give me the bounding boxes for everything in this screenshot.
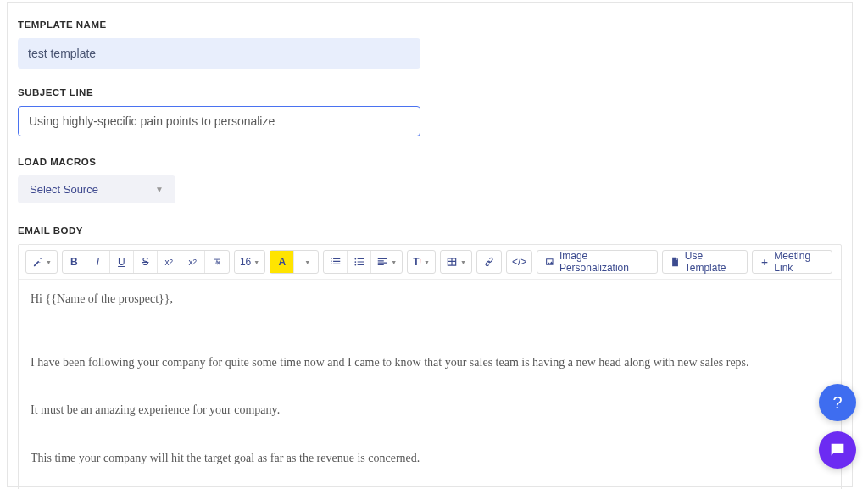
load-macros-label: LOAD MACROS [18, 157, 842, 167]
email-editor: ▼ B I U S x2 x2 16▼ A ▼ [18, 244, 842, 489]
body-line: I have been following your company for q… [31, 355, 829, 371]
unordered-list-icon[interactable] [348, 251, 371, 273]
use-template-button[interactable]: Use Template [663, 251, 747, 273]
text-format-button[interactable]: T!▼ [408, 251, 435, 273]
svg-point-0 [354, 258, 356, 260]
macro-source-select[interactable]: Select Source ▼ [18, 175, 175, 203]
svg-point-2 [354, 264, 356, 266]
template-name-label: TEMPLATE NAME [18, 19, 842, 30]
template-name-value[interactable]: test template [18, 38, 420, 69]
underline-button[interactable]: U [110, 251, 134, 273]
link-icon[interactable] [477, 251, 501, 273]
body-greeting: Hi {{Name of the prospect}}, [31, 292, 829, 308]
chat-icon [828, 441, 847, 459]
email-body-label: EMAIL BODY [18, 225, 842, 236]
macro-select-text: Select Source [30, 183, 98, 196]
help-fab[interactable]: ? [819, 384, 856, 421]
clear-format-icon[interactable] [205, 251, 229, 273]
caret-down-icon: ▼ [46, 259, 52, 265]
strike-button[interactable]: S [134, 251, 158, 273]
template-form: TEMPLATE NAME test template SUBJECT LINE… [7, 2, 853, 487]
svg-point-1 [354, 261, 356, 263]
text-color-button[interactable]: A [270, 251, 294, 273]
chevron-down-icon: ▼ [155, 185, 164, 194]
chat-fab[interactable] [819, 431, 856, 469]
superscript-button[interactable]: x2 [158, 251, 181, 273]
meeting-link-button[interactable]: ＋ Meeting Link [753, 251, 832, 273]
code-view-button[interactable]: </> [507, 251, 531, 273]
body-line: This time your company will hit the targ… [31, 451, 829, 467]
body-line: It must be an amazing experience for you… [31, 403, 829, 419]
email-body-editor[interactable]: Hi {{Name of the prospect}}, I have been… [19, 280, 841, 489]
editor-toolbar: ▼ B I U S x2 x2 16▼ A ▼ [19, 245, 841, 280]
ordered-list-icon[interactable] [324, 251, 348, 273]
question-icon: ? [832, 393, 842, 413]
subject-line-label: SUBJECT LINE [18, 87, 842, 97]
table-icon[interactable]: ▼ [441, 251, 471, 273]
subject-line-input[interactable] [18, 106, 420, 136]
magic-wand-icon[interactable]: ▼ [26, 251, 57, 273]
bold-button[interactable]: B [63, 251, 86, 273]
font-size-select[interactable]: 16▼ [235, 251, 264, 273]
align-icon[interactable]: ▼ [371, 251, 402, 273]
italic-button[interactable]: I [86, 251, 110, 273]
image-personalization-button[interactable]: Image Personalization [537, 251, 657, 273]
color-dropdown-button[interactable]: ▼ [294, 251, 318, 273]
subscript-button[interactable]: x2 [181, 251, 205, 273]
